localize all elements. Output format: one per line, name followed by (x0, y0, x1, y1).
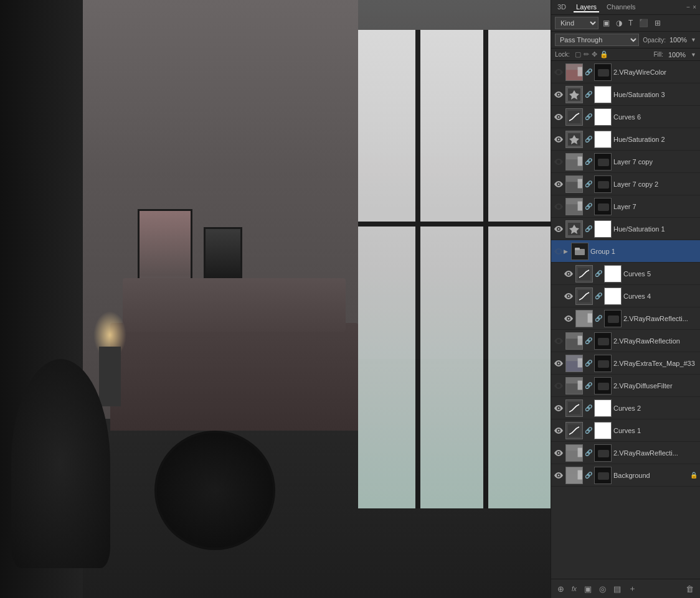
layer-thumb-area-curves4: 🔗 (575, 287, 622, 305)
layer-visibility-2vraydiffusefilter[interactable] (554, 381, 564, 391)
svg-rect-56 (598, 383, 609, 390)
layer-mask-thumb-huesat2 (594, 131, 612, 148)
delete-layer-button[interactable]: 🗑 (683, 583, 696, 595)
layer-visibility-2vrayrawreflection[interactable] (554, 336, 564, 346)
layer-thumb-area-huesat3: 🔗 (565, 86, 612, 103)
fill-arrow[interactable]: ▼ (691, 52, 696, 58)
chain-icon-background: 🔗 (585, 472, 592, 479)
layer-visibility-huesat1[interactable] (554, 224, 564, 234)
layer-row-curves1[interactable]: 🔗Curves 1 (551, 419, 700, 442)
layer-row-huesat2[interactable]: 🔗Hue/Saturation 2 (551, 128, 700, 151)
new-group-button[interactable]: ▤ (611, 583, 623, 595)
layer-visibility-2vrayextratex[interactable] (554, 358, 564, 368)
layer-row-2vrayextratex[interactable]: 🔗2.VRayExtraTex_Map_#33 (551, 352, 700, 375)
tab-channels[interactable]: Channels (604, 2, 638, 12)
layer-visibility-curves2[interactable] (554, 403, 564, 413)
filter-shape-btn[interactable]: ⬛ (637, 18, 650, 28)
window-frame (483, 30, 488, 508)
layer-mask-thumb-2vrayrawreflection (594, 332, 612, 350)
fill-value: 100% (668, 51, 686, 58)
layer-row-layer7copy2[interactable]: 🔗Layer 7 copy 2 (551, 173, 700, 195)
layer-visibility-2vraywirecol[interactable] (554, 67, 564, 77)
layer-visibility-layer7[interactable] (554, 202, 564, 212)
filter-adj-btn[interactable]: ◑ (614, 18, 624, 28)
svg-rect-38 (588, 313, 592, 322)
layer-row-2vrayrawreflecti2[interactable]: 🔗2.VRayRawReflecti... (551, 442, 700, 464)
layer-visibility-layer7copy[interactable] (554, 157, 564, 167)
chain-icon-curves6: 🔗 (585, 113, 592, 120)
layer-name-2vrayrawreflection: 2.VRayRawReflection (613, 337, 698, 345)
lock-transparent-btn[interactable]: ▢ (575, 50, 581, 58)
svg-rect-19 (578, 179, 582, 188)
right-window (358, 30, 551, 508)
group-expand-arrow[interactable]: ▶ (564, 248, 568, 255)
svg-rect-54 (578, 380, 582, 390)
layer-row-huesat3[interactable]: 🔗Hue/Saturation 3 (551, 83, 700, 106)
collapse-icon[interactable]: − (686, 4, 690, 11)
layer-visibility-group1[interactable] (554, 246, 564, 256)
svg-rect-43 (578, 335, 582, 345)
layer-effects-button[interactable]: fx (569, 584, 579, 594)
layer-visibility-2vrayrawreflecti[interactable] (564, 314, 574, 324)
layers-list: 🔗2.VRayWireColor🔗Hue/Saturation 3🔗Curves… (551, 61, 700, 579)
close-panel-icon[interactable]: × (693, 4, 696, 11)
blend-mode-select[interactable]: Pass Through (555, 34, 639, 46)
layer-row-2vraywirecol[interactable]: 🔗2.VRayWireColor (551, 61, 700, 83)
layer-name-curves1: Curves 1 (613, 427, 698, 434)
layer-visibility-curves6[interactable] (554, 112, 564, 122)
lock-all-btn[interactable]: 🔒 (600, 50, 608, 58)
layer-row-layer7[interactable]: 🔗Layer 7 (551, 195, 700, 218)
adjustment-layer-button[interactable]: ◎ (597, 583, 608, 595)
layer-visibility-layer7copy2[interactable] (554, 179, 564, 189)
layer-row-curves6[interactable]: 🔗Curves 6 (551, 106, 700, 128)
layer-row-curves2[interactable]: 🔗Curves 2 (551, 397, 700, 419)
chain-icon-layer7copy2: 🔗 (585, 180, 592, 187)
layer-row-curves4[interactable]: 🔗Curves 4 (551, 285, 700, 307)
opacity-arrow[interactable]: ▼ (691, 37, 696, 43)
layer-row-curves5[interactable]: 🔗Curves 5 (551, 263, 700, 285)
filter-type-btn[interactable]: T (627, 18, 635, 28)
layer-row-layer7copy[interactable]: 🔗Layer 7 copy (551, 151, 700, 173)
layer-visibility-curves5[interactable] (564, 269, 574, 279)
layer-row-2vraydiffusefilter[interactable]: 🔗2.VRayDiffuseFilter (551, 375, 700, 397)
layer-visibility-2vrayrawreflecti2[interactable] (554, 448, 564, 458)
tab-3d[interactable]: 3D (555, 2, 569, 12)
lock-pixels-btn[interactable]: ✏ (584, 50, 589, 58)
svg-point-7 (558, 116, 560, 118)
link-layers-button[interactable]: ⊕ (555, 583, 567, 595)
chain-icon-huesat3: 🔗 (585, 91, 592, 98)
svg-rect-13 (578, 156, 582, 166)
layer-visibility-curves1[interactable] (554, 426, 564, 436)
layer-name-2vrayrawreflecti: 2.VRayRawReflecti... (623, 315, 698, 322)
svg-point-27 (558, 228, 560, 230)
layer-name-layer7copy: Layer 7 copy (613, 158, 698, 166)
layer-visibility-huesat3[interactable] (554, 90, 564, 100)
layer-row-2vrayrawreflection[interactable]: 🔗2.VRayRawReflection (551, 330, 700, 352)
layer-thumb-area-layer7: 🔗 (565, 198, 612, 215)
filter-pixel-btn[interactable]: ▣ (601, 18, 612, 28)
layer-thumb-area-huesat1: 🔗 (565, 220, 612, 238)
chain-icon-curves5: 🔗 (595, 270, 602, 277)
svg-point-16 (558, 183, 560, 185)
layer-name-layer7: Layer 7 (613, 203, 698, 210)
layer-thumb-2vrayrawreflecti2 (565, 444, 583, 462)
new-layer-button[interactable]: ＋ (626, 582, 639, 596)
kind-select[interactable]: Kind (555, 17, 598, 29)
tab-layers[interactable]: Layers (574, 2, 599, 12)
layer-name-layer7copy2: Layer 7 copy 2 (613, 180, 698, 188)
layer-visibility-background[interactable] (554, 470, 564, 480)
layer-visibility-curves4[interactable] (564, 291, 574, 301)
svg-point-67 (558, 474, 560, 476)
layer-thumb-area-curves5: 🔗 (575, 265, 622, 283)
filter-smart-btn[interactable]: ⊞ (653, 18, 663, 28)
layer-row-background[interactable]: 🔗Background🔒 (551, 464, 700, 487)
layer-mask-button[interactable]: ▣ (582, 583, 594, 595)
lock-position-btn[interactable]: ✥ (592, 50, 597, 58)
layer-row-2vrayrawreflecti[interactable]: 🔗2.VRayRawReflecti... (551, 307, 700, 330)
layer-visibility-huesat2[interactable] (554, 134, 564, 144)
layer-row-huesat1[interactable]: 🔗Hue/Saturation 1 (551, 218, 700, 240)
svg-point-9 (558, 138, 560, 140)
layer-row-group1[interactable]: ▶Group 1 (551, 240, 700, 263)
layer-mask-thumb-curves6 (594, 108, 612, 126)
layer-thumb-2vrayextratex (565, 355, 583, 372)
